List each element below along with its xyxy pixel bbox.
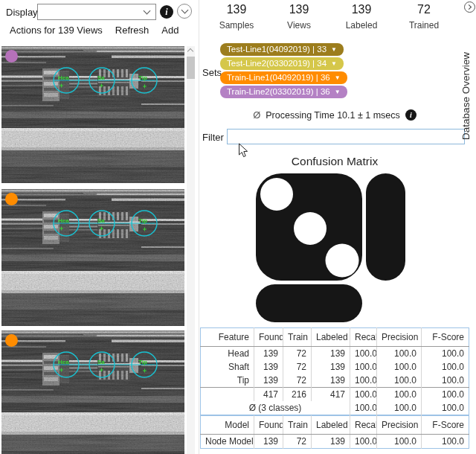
display-label: Display [6,7,38,18]
average-cell: 100.0 [422,401,469,415]
expand-tab-icon[interactable] [464,1,475,13]
dropdown-arrow-icon: ▼ [335,71,341,84]
view-image[interactable]: Hea Sa Tip [1,189,184,326]
metrics-table: ModelFoundTrainLabeledRecallPrecisionF-S… [200,415,469,449]
stat-value: 72 [393,3,455,16]
display-dropdown[interactable] [37,4,156,20]
set-badge-label: Test-Line2(03302019) | 34 [227,57,327,70]
cell: 100.0 [350,374,377,388]
xray-image: Hea Sa Tip [1,46,184,183]
info-icon[interactable]: i [160,5,173,19]
cell: 72 [283,347,312,361]
cell: 100.0 [422,435,469,449]
average-symbol: Ø [253,109,260,121]
cell: 100.0 [377,435,422,449]
stat-label: Labeled [330,20,393,31]
average-cell: 100.0 [350,401,377,415]
filter-label: Filter [202,132,224,143]
cell: Tip [201,374,254,388]
view-status-badge [5,334,18,347]
chevron-down-icon [181,7,188,14]
cell: 72 [283,435,312,449]
cell: Head [201,347,254,361]
cell: 139 [312,360,350,374]
view-status-badge [5,193,18,205]
view-image[interactable]: Hea Sa Tip [1,46,184,183]
totals-cell: 100.0 [422,388,469,402]
mouse-cursor [238,143,248,159]
table-row: Head13972139100.0100.0100.0 [201,347,469,361]
stat-label: Samples [205,20,268,31]
column-header: Feature [201,328,254,347]
column-header: Labeled [312,328,350,347]
metrics-table: FeatureFoundTrainLabeledRecallPrecisionF… [200,327,469,415]
cell: 100.0 [377,360,422,374]
actions-menu-bar: Actions for 139 Views Refresh Add [10,25,178,36]
column-header: Found [254,416,283,435]
stat-value: 139 [268,3,330,16]
filter-input[interactable] [227,129,465,144]
cell: 139 [312,347,350,361]
views-scrollbar[interactable] [187,46,195,454]
chevron-right-icon [466,4,472,10]
column-header: F-Score [422,416,469,435]
set-badge-label: Train-Line2(03302019) | 36 [227,86,330,98]
totals-cell: 417 [312,388,350,402]
scroll-up-icon[interactable] [187,48,193,54]
refresh-menu[interactable]: Refresh [115,25,149,36]
feature-metrics-table: FeatureFoundTrainLabeledRecallPrecisionF… [200,327,469,415]
average-cell: 100.0 [377,401,422,415]
cell: 139 [312,435,350,449]
view-image[interactable]: Hea Sa Tip [1,330,184,454]
stat-value: 139 [205,3,268,16]
xray-image: Hea Sa Tip [1,330,184,454]
cell: 100.0 [422,347,469,361]
info-icon[interactable]: i [405,109,416,121]
stat-label: Views [268,20,330,31]
cell: Node Model [201,435,254,449]
totals-cell: 100.0 [377,388,422,402]
annotation-label-tip: Tip [138,217,147,224]
deep-learning-tool-window: Display i Actions for 139 Views Refresh … [0,0,476,454]
annotation-label-head: Hea [58,217,69,224]
set-badge[interactable]: Test-Line1(04092019) | 33▼ [220,43,344,56]
set-badge[interactable]: Train-Line2(03302019) | 36▼ [220,86,347,98]
totals-cell: 216 [283,388,312,402]
cell: 139 [254,435,283,449]
dropdown-arrow-icon: ▼ [335,86,341,98]
average-row: Ø (3 classes)100.0100.0100.0 [201,401,469,415]
cell: 100.0 [350,347,377,361]
view-status-badge [5,50,18,63]
annotation-label-shaft: Sa [97,359,105,365]
set-badge[interactable]: Test-Line2(03302019) | 34▼ [220,57,344,70]
collapse-panel-button[interactable] [177,4,192,19]
table-row: Shaft13972139100.0100.0100.0 [201,360,469,374]
cell: 139 [254,347,283,361]
model-metrics-table: ModelFoundTrainLabeledRecallPrecisionF-S… [200,415,469,449]
add-menu[interactable]: Add [161,25,178,36]
stat-labeled: 139Labeled [330,3,393,31]
cell: 100.0 [422,374,469,388]
table-row: Tip13972139100.0100.0100.0 [201,374,469,388]
column-header: Train [283,328,312,347]
annotation-label-shaft: Sa [97,74,105,81]
set-badge-label: Test-Line1(04092019) | 33 [227,43,327,56]
column-header: Recall [350,328,377,347]
column-header: Train [283,416,312,435]
column-header: Found [254,328,283,347]
cell: 100.0 [377,374,422,388]
set-badge[interactable]: Train-Line1(04092019) | 36▼ [220,71,347,84]
dropdown-arrow-icon: ▼ [331,57,337,70]
column-header: Recall [350,416,377,435]
actions-menu[interactable]: Actions for 139 Views [10,25,103,36]
annotation-label-head: Hea [58,359,69,365]
average-label: Ø (3 classes) [201,401,350,415]
cell: 100.0 [377,347,422,361]
confusion-matrix-graphic [251,171,415,324]
scrollbar-thumb[interactable] [187,57,195,79]
cell: 100.0 [350,360,377,374]
cell: 139 [312,374,350,388]
database-overview-panel: 139Samples139Views139Labeled72Trained Se… [199,0,476,454]
side-tab-database-overview[interactable]: Database Overview [460,14,472,178]
cell: 100.0 [350,435,377,449]
